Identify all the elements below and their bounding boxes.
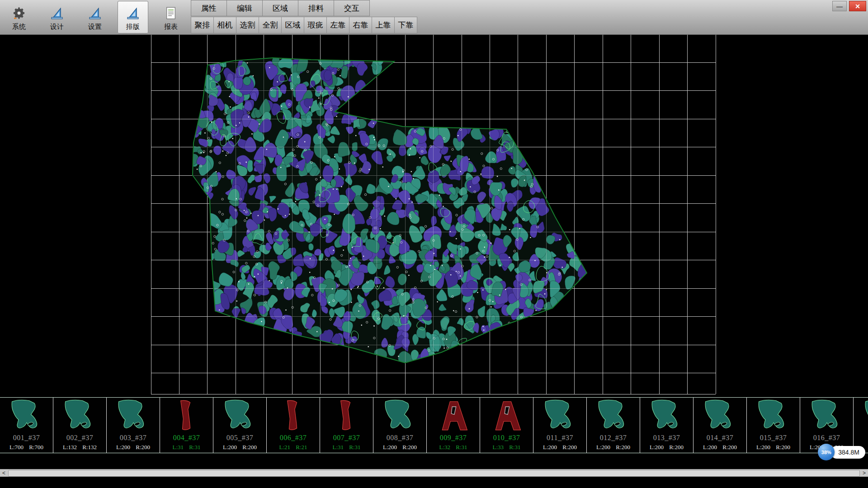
minimize-button[interactable]: — — [832, 1, 847, 11]
nav-design-button[interactable]: 设计 — [42, 1, 72, 33]
piece-thumbnail[interactable]: 003_#37 L:200R:200 — [107, 398, 160, 453]
report-icon — [164, 5, 178, 22]
piece-name: 010_#37 — [480, 434, 533, 442]
piece-thumbnail[interactable]: 014_#37 L:200R:200 — [693, 398, 747, 453]
menu-tab[interactable]: 属性 — [191, 0, 227, 16]
menu-tab[interactable]: 编辑 — [226, 0, 263, 16]
memory-pill: 384.8M — [830, 446, 865, 459]
piece-name: 002_#37 — [53, 434, 106, 442]
piece-lr-counts: L:200R:200 — [107, 444, 160, 451]
piece-shape-icon — [110, 399, 157, 435]
piece-shape-icon — [270, 399, 317, 435]
memory-status: 38% 384.8M — [818, 444, 865, 460]
progress-circle: 38% — [818, 444, 835, 460]
menu-tab[interactable]: 区域 — [262, 0, 298, 16]
piece-name: 014_#37 — [693, 434, 746, 442]
progress-percent: 38% — [821, 450, 831, 455]
piece-lr-counts: L:21R:21 — [267, 444, 320, 451]
piece-name: 003_#37 — [107, 434, 160, 442]
tool-button[interactable]: 聚排 — [191, 17, 214, 33]
close-button[interactable]: ✕ — [849, 1, 866, 11]
piece-thumbnail[interactable]: 011_#37 L:200R:200 — [533, 398, 587, 453]
window-controls: — ✕ — [832, 1, 866, 11]
tool-button[interactable]: 全割 — [259, 17, 282, 33]
piece-thumbnail[interactable]: 004_#37 L:31R:31 — [160, 398, 213, 453]
piece-thumbnail[interactable]: 005_#37 L:200R:200 — [213, 398, 267, 453]
piece-shape-icon — [697, 399, 744, 435]
piece-thumbnail[interactable]: 013_#37 L:200R:200 — [640, 398, 693, 453]
piece-thumbnail[interactable]: 015_#37 L:200R:200 — [747, 398, 800, 453]
scrollbar-thumb[interactable] — [8, 470, 860, 477]
tool-button[interactable]: 上靠 — [372, 17, 395, 33]
piece-thumbnail[interactable]: 009_#37 L:32R:31 — [427, 398, 480, 453]
piece-shape-icon — [590, 399, 637, 435]
gear-icon — [12, 5, 26, 22]
piece-shape-icon — [323, 399, 370, 435]
main-nav: 系统 设计 设置 排版 报表 — [4, 1, 186, 33]
piece-name: 005_#37 — [213, 434, 266, 442]
nav-report-label: 报表 — [164, 23, 178, 30]
scroll-right-arrow-icon[interactable]: > — [860, 469, 868, 477]
piece-shape-icon — [163, 399, 210, 435]
piece-name: 011_#37 — [533, 434, 586, 442]
piece-thumbnail[interactable]: 001_#37 L:700R:700 — [0, 398, 53, 453]
piece-lr-counts: L:200R:200 — [587, 444, 640, 451]
piece-thumbnail[interactable]: 006_#37 L:21R:21 — [267, 398, 320, 453]
piece-shape-icon — [750, 399, 797, 435]
header: 系统 设计 设置 排版 报表 属性 — [0, 0, 868, 35]
piece-lr-counts: L:31R:31 — [320, 444, 373, 451]
piece-lr-counts: L:33R:31 — [480, 444, 533, 451]
nav-system-button[interactable]: 系统 — [4, 1, 34, 33]
piece-thumbnail[interactable]: 010_#37 L:33R:31 — [480, 398, 533, 453]
horizontal-scrollbar[interactable]: < > — [0, 469, 868, 477]
piece-lr-counts: L:200R:200 — [533, 444, 586, 451]
piece-shape-icon — [3, 399, 50, 435]
nav-settings-label: 设置 — [88, 23, 102, 30]
piece-shape-icon — [803, 399, 850, 435]
menu-tab[interactable]: 交互 — [334, 0, 370, 16]
piece-name: 016_#37 — [800, 434, 853, 442]
piece-lr-counts: L:132R:132 — [53, 444, 106, 451]
tool-button[interactable]: 选割 — [236, 17, 259, 33]
tool-button[interactable]: 瑕疵 — [304, 17, 327, 33]
tool-button[interactable]: 左靠 — [326, 17, 349, 33]
settings-icon — [88, 5, 102, 22]
piece-shape-icon — [430, 399, 477, 435]
piece-name: 004_#37 — [160, 434, 213, 442]
nesting-canvas[interactable] — [0, 34, 868, 397]
nav-system-label: 系统 — [12, 23, 26, 30]
design-icon — [50, 5, 64, 22]
piece-thumbnail-strip: 001_#37 L:700R:700 002_#37 — [0, 397, 868, 453]
piece-thumbnail[interactable]: 002_#37 L:132R:132 — [53, 398, 107, 453]
tool-button[interactable]: 区域 — [281, 17, 304, 33]
scroll-left-arrow-icon[interactable]: < — [0, 469, 8, 477]
piece-name: 012_#37 — [587, 434, 640, 442]
nav-layout-button[interactable]: 排版 — [118, 1, 148, 33]
piece-name: 001_#37 — [0, 434, 53, 442]
piece-shape-icon — [57, 399, 104, 435]
piece-name: 015_#37 — [747, 434, 800, 442]
menu-tab[interactable]: 排料 — [298, 0, 334, 16]
piece-thumbnail[interactable]: 007_#37 L:31R:31 — [320, 398, 373, 453]
tool-button[interactable]: 下靠 — [394, 17, 417, 33]
menu-tab-bar: 属性 编辑 区域 排料 交互 — [191, 0, 369, 16]
tool-button[interactable]: 相机 — [213, 17, 236, 33]
tool-button[interactable]: 右靠 — [349, 17, 372, 33]
nav-design-label: 设计 — [50, 23, 64, 30]
piece-lr-counts: L:700R:700 — [0, 444, 53, 451]
piece-lr-counts: L:200R:200 — [213, 444, 266, 451]
piece-name: 007_#37 — [320, 434, 373, 442]
piece-lr-counts: L:31R:31 — [160, 444, 213, 451]
memory-value: 384.8M — [838, 449, 859, 456]
nav-settings-button[interactable]: 设置 — [80, 1, 110, 33]
piece-shape-icon — [377, 399, 424, 435]
piece-lr-counts: L:32R:31 — [427, 444, 480, 451]
piece-shape-icon — [643, 399, 690, 435]
nav-report-button[interactable]: 报表 — [156, 1, 186, 33]
piece-thumbnail[interactable]: 012_#37 L:200R:200 — [587, 398, 640, 453]
piece-lr-counts: L:200R:200 — [373, 444, 426, 451]
nesting-view — [0, 34, 868, 397]
piece-name: 008_#37 — [373, 434, 426, 442]
piece-thumbnail[interactable]: 008_#37 L:200R:200 — [373, 398, 427, 453]
piece-lr-counts: L:200R:200 — [693, 444, 746, 451]
